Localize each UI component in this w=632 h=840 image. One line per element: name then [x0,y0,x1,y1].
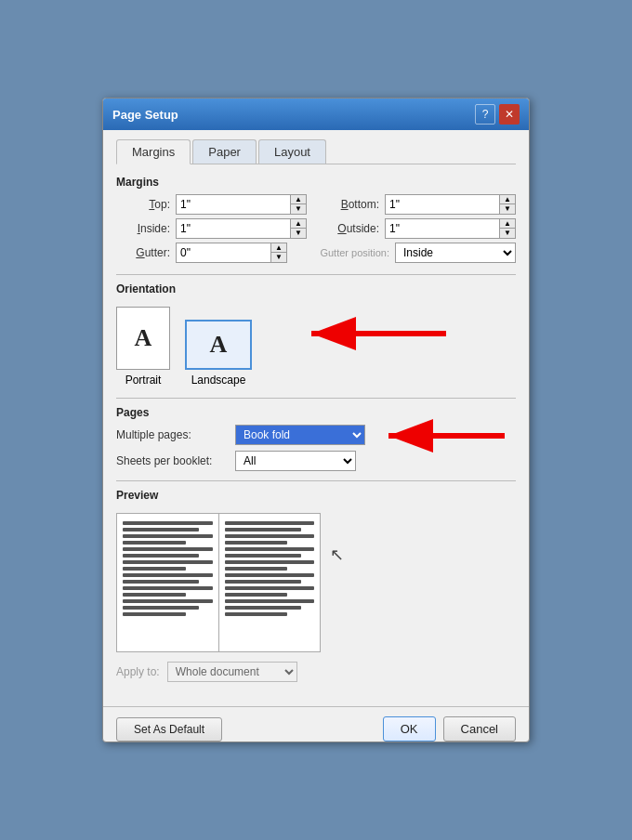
inside-input[interactable] [177,219,290,238]
margins-heading: Margins [116,176,516,189]
outside-spinner: ▲ ▼ [385,218,516,239]
portrait-option[interactable]: A Portrait [116,307,170,387]
top-input[interactable] [177,195,290,214]
preview-page-left [117,514,219,651]
preview-box [116,513,321,652]
apply-row: Apply to: Whole document This section Th… [116,662,516,682]
landscape-icon: A [185,320,252,370]
gutter-spin-up[interactable]: ▲ [271,243,286,253]
gutter-label: Gutter: [116,246,170,259]
gutter-position-select[interactable]: Inside Top [396,243,515,262]
portrait-letter: A [135,324,152,352]
help-button[interactable]: ? [475,104,495,125]
gutter-position-select-box: Inside Top [395,243,516,263]
gutter-field-row: Gutter: ▲ ▼ [116,243,287,263]
orientation-options: A Portrait A Landscape [116,307,252,387]
outside-spin-up[interactable]: ▲ [500,219,515,229]
multiple-pages-row: Multiple pages: Normal Mirror margins 2 … [116,425,516,445]
gutter-position-field-row: Gutter position: Inside Top [306,243,516,263]
close-button[interactable]: ✕ [499,104,520,125]
preview-page-right [219,514,321,651]
top-spin-down[interactable]: ▼ [291,204,306,214]
pages-section: Pages Multiple pages: Normal Mirror marg… [116,406,516,471]
ok-cancel-group: OK Cancel [383,716,516,742]
inside-spinner-buttons: ▲ ▼ [290,219,306,238]
bottom-input[interactable] [386,195,499,214]
pages-heading: Pages [116,406,516,419]
preview-heading: Preview [116,489,516,502]
portrait-label: Portrait [125,374,162,387]
gutter-spinner-buttons: ▲ ▼ [270,243,286,262]
landscape-label: Landscape [191,374,246,387]
sheets-select-box: All 1 2 4 8 16 [235,451,356,471]
inside-label: Inside: [116,222,170,235]
outside-label: Outside: [325,222,379,235]
bottom-bar: Set As Default OK Cancel [103,706,529,742]
landscape-option[interactable]: A Landscape [185,320,252,387]
orientation-heading: Orientation [116,282,516,295]
dialog-title: Page Setup [112,108,178,122]
inside-spin-up[interactable]: ▲ [291,219,306,229]
set-as-default-button[interactable]: Set As Default [116,717,222,742]
sheets-label: Sheets per booklet: [116,454,228,467]
bottom-spin-down[interactable]: ▼ [500,204,515,214]
landscape-letter: A [210,331,228,359]
red-arrow-1 [302,310,451,360]
bottom-spinner: ▲ ▼ [385,194,516,215]
margins-section: Margins Top: ▲ ▼ Bottom: [116,176,516,263]
top-spinner: ▲ ▼ [176,194,307,215]
top-label: Top: [116,198,170,211]
title-bar-controls: ? ✕ [475,104,520,125]
tab-margins[interactable]: Margins [116,139,191,164]
gutter-input[interactable] [177,243,270,262]
cancel-button[interactable]: Cancel [443,716,516,742]
preview-section: Preview [116,489,516,652]
sheets-select[interactable]: All 1 2 4 8 16 [236,452,355,470]
inside-field-row: Inside: ▲ ▼ [116,218,307,239]
top-spinner-buttons: ▲ ▼ [290,195,306,214]
top-spin-up[interactable]: ▲ [291,195,306,204]
bottom-label: Bottom: [325,198,379,211]
outside-spin-down[interactable]: ▼ [500,229,515,238]
tab-paper[interactable]: Paper [192,139,257,164]
inside-spin-down[interactable]: ▼ [291,229,306,238]
top-field-row: Top: ▲ ▼ [116,194,307,215]
gutter-position-label: Gutter position: [306,247,389,258]
bottom-field-row: Bottom: ▲ ▼ [325,194,516,215]
outside-input[interactable] [386,219,499,238]
inside-spinner: ▲ ▼ [176,218,307,239]
outside-spinner-buttons: ▲ ▼ [499,219,515,238]
outside-field-row: Outside: ▲ ▼ [325,218,516,239]
gutter-spin-down[interactable]: ▼ [271,253,286,262]
orientation-section: Orientation A Portrait A [116,282,516,387]
tab-bar: Margins Paper Layout [116,139,516,164]
page-setup-dialog: Page Setup ? ✕ Margins Paper Layout Marg… [102,98,530,742]
gutter-spinner: ▲ ▼ [176,243,287,263]
multiple-pages-select[interactable]: Normal Mirror margins 2 pages per sheet … [236,426,364,444]
portrait-icon: A [116,307,170,370]
multiple-pages-label: Multiple pages: [116,428,228,441]
cursor-icon: ↖ [330,545,344,565]
apply-to-label: Apply to: [116,665,160,678]
title-bar: Page Setup ? ✕ [103,98,529,130]
apply-to-select-box: Whole document This section This point f… [167,662,297,682]
ok-button[interactable]: OK [383,716,436,742]
multiple-pages-select-box: Normal Mirror margins 2 pages per sheet … [235,425,365,445]
bottom-spinner-buttons: ▲ ▼ [499,195,515,214]
dialog-body: Margins Paper Layout Margins Top: ▲ ▼ [103,130,529,706]
sheets-per-booklet-row: Sheets per booklet: All 1 2 4 8 16 [116,451,516,471]
pages-rows: Multiple pages: Normal Mirror margins 2 … [116,425,516,471]
apply-to-select[interactable]: Whole document This section This point f… [168,663,296,681]
tab-layout[interactable]: Layout [258,139,326,164]
bottom-spin-up[interactable]: ▲ [500,195,515,204]
